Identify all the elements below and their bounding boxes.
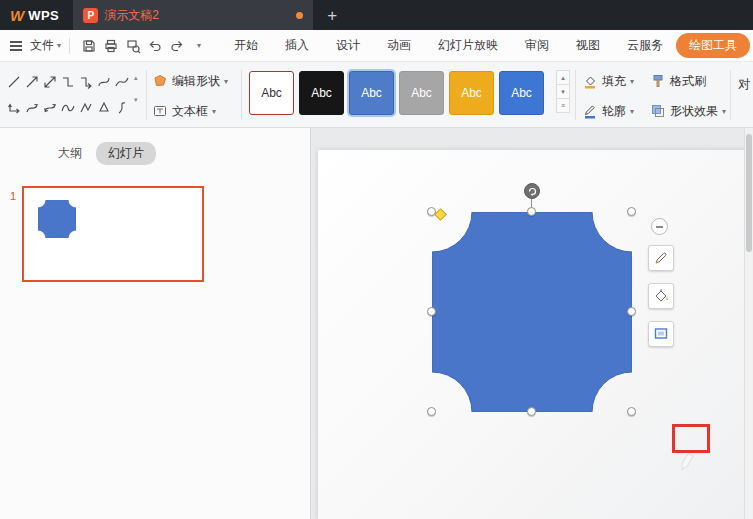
slide-thumbnail[interactable] xyxy=(22,186,204,282)
elbow-arrow-connector-icon[interactable] xyxy=(77,69,95,95)
plaque-shape[interactable] xyxy=(432,212,632,412)
tab-outline[interactable]: 大纲 xyxy=(58,142,82,165)
chevron-down-icon: ▾ xyxy=(224,77,228,86)
menu-tab-animation[interactable]: 动画 xyxy=(387,37,411,54)
vertical-scrollbar[interactable] xyxy=(744,128,753,519)
shape-style-gallery: Abc Abc Abc Abc Abc Abc xyxy=(249,71,544,115)
fill-bucket-icon xyxy=(582,73,598,89)
shape-effects-label: 形状效果 xyxy=(670,103,718,120)
style-gallery-up-icon[interactable]: ▴ xyxy=(556,70,570,85)
elbow-connector-icon[interactable] xyxy=(59,69,77,95)
file-menu-button[interactable]: 文件 ▾ xyxy=(30,37,61,54)
double-arrow-line-icon[interactable] xyxy=(41,69,59,95)
line-gallery-scroll: ▴ ▾ xyxy=(134,74,138,104)
menu-tab-view[interactable]: 视图 xyxy=(576,37,600,54)
shape-style-preset-1[interactable]: Abc xyxy=(249,71,294,115)
quick-fill-button[interactable] xyxy=(648,283,674,309)
gallery-scroll-up-icon[interactable]: ▴ xyxy=(134,74,138,82)
divider xyxy=(69,38,70,54)
shape-handle-bottom-right[interactable] xyxy=(627,407,636,416)
curved-double-arrow-icon[interactable] xyxy=(41,95,59,121)
wps-logo-mark-icon: W xyxy=(10,7,24,24)
shape-handle-top-right[interactable] xyxy=(627,207,636,216)
menu-tab-design[interactable]: 设计 xyxy=(336,37,360,54)
shape-effects-icon xyxy=(650,103,666,119)
pencil-icon xyxy=(652,249,670,267)
shape-style-preset-4[interactable]: Abc xyxy=(399,71,444,115)
s-curve-icon[interactable] xyxy=(113,95,131,121)
quick-outline-button[interactable] xyxy=(648,245,674,271)
shape-effects-button[interactable]: 形状效果 ▾ xyxy=(650,100,726,122)
format-effects-group: 格式刷 形状效果 ▾ xyxy=(650,70,726,122)
format-painter-button[interactable]: 格式刷 xyxy=(650,70,726,92)
print-preview-button[interactable] xyxy=(122,35,144,57)
divider xyxy=(575,70,576,120)
format-painter-icon xyxy=(650,73,666,89)
chevron-down-icon: ▾ xyxy=(722,107,726,116)
freeform-shape-icon[interactable] xyxy=(95,95,113,121)
hamburger-menu-icon[interactable] xyxy=(10,41,22,51)
menu-tab-home[interactable]: 开始 xyxy=(234,37,258,54)
edit-shape-button[interactable]: 编辑形状 ▾ xyxy=(152,70,228,92)
style-gallery-down-icon[interactable]: ▾ xyxy=(556,84,570,99)
quick-format-button[interactable] xyxy=(648,321,674,347)
collapse-quick-toolbar-button[interactable] xyxy=(651,218,668,235)
menu-tab-slideshow[interactable]: 幻灯片放映 xyxy=(438,37,498,54)
chevron-down-icon: ▾ xyxy=(197,41,201,50)
redo-button[interactable] xyxy=(166,35,188,57)
print-preview-icon xyxy=(125,38,141,54)
menu-tab-review[interactable]: 审阅 xyxy=(525,37,549,54)
elbow-double-arrow-icon[interactable] xyxy=(5,95,23,121)
format-painter-label: 格式刷 xyxy=(670,73,706,90)
style-gallery-more-icon[interactable]: ≡ xyxy=(556,98,570,113)
shape-style-preset-2[interactable]: Abc xyxy=(299,71,344,115)
undo-button[interactable] xyxy=(144,35,166,57)
slides-panel: 大纲 幻灯片 1 xyxy=(0,128,311,519)
document-tab[interactable]: P 演示文稿2 xyxy=(73,0,313,30)
wps-logo[interactable]: W WPS xyxy=(0,7,73,24)
curved-arrow-connector-icon[interactable] xyxy=(23,95,41,121)
rotate-handle[interactable] xyxy=(524,183,540,199)
clipped-ribbon-item[interactable]: 对 xyxy=(738,76,750,93)
scribble-icon[interactable] xyxy=(59,95,77,121)
shape-handle-middle-left[interactable] xyxy=(427,307,436,316)
shape-style-preset-5[interactable]: Abc xyxy=(449,71,494,115)
arrow-line-icon[interactable] xyxy=(23,69,41,95)
curve-icon[interactable] xyxy=(113,69,131,95)
line-icon[interactable] xyxy=(5,69,23,95)
scrollbar-thumb[interactable] xyxy=(746,134,752,252)
redo-icon xyxy=(169,38,185,54)
edit-shape-label: 编辑形状 xyxy=(172,73,220,90)
text-box-button[interactable]: 文本框 ▾ xyxy=(152,100,228,122)
rotate-arrow-icon xyxy=(527,186,538,197)
gallery-scroll-down-icon[interactable]: ▾ xyxy=(134,96,138,104)
fill-button[interactable]: 填充 ▾ xyxy=(582,70,634,92)
unsaved-changes-dot xyxy=(296,12,303,19)
save-button[interactable] xyxy=(78,35,100,57)
divider xyxy=(146,70,147,120)
new-tab-button[interactable]: + xyxy=(327,7,337,24)
tab-slides[interactable]: 幻灯片 xyxy=(96,142,156,165)
menu-tab-cloud[interactable]: 云服务 xyxy=(627,37,663,54)
file-menu-label: 文件 xyxy=(30,37,54,54)
outline-button[interactable]: 轮廓 ▾ xyxy=(582,100,634,122)
quick-toolbar-more-button[interactable]: ▾ xyxy=(188,35,210,57)
shape-handle-middle-right[interactable] xyxy=(627,307,636,316)
freeform-icon[interactable] xyxy=(77,95,95,121)
wps-presentation-window: W WPS P 演示文稿2 + 文件 ▾ ▾ xyxy=(0,0,753,519)
print-button[interactable] xyxy=(100,35,122,57)
outline-label: 轮廓 xyxy=(602,103,626,120)
presentation-file-icon: P xyxy=(83,8,98,23)
tab-drawing-tools[interactable]: 绘图工具 xyxy=(676,33,750,58)
fill-outline-group: 填充 ▾ 轮廓 ▾ xyxy=(582,70,634,122)
shape-handle-bottom-left[interactable] xyxy=(427,407,436,416)
menu-tab-insert[interactable]: 插入 xyxy=(285,37,309,54)
shape-style-preset-6[interactable]: Abc xyxy=(499,71,544,115)
shape-handle-top-middle[interactable] xyxy=(527,207,536,216)
text-box-label: 文本框 xyxy=(172,103,208,120)
curved-connector-icon[interactable] xyxy=(95,69,113,95)
shape-handle-bottom-middle[interactable] xyxy=(527,407,536,416)
shape-style-preset-3[interactable]: Abc xyxy=(349,71,394,115)
outline-pencil-icon xyxy=(582,103,598,119)
document-tab-title: 演示文稿2 xyxy=(104,7,159,24)
